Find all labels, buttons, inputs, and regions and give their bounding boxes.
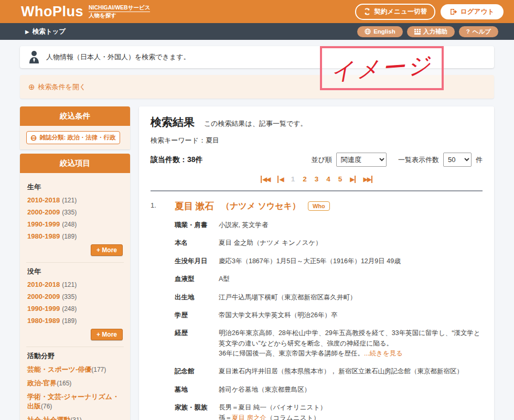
facet-count: (335) bbox=[62, 209, 77, 216]
per-page-select[interactable]: 50 bbox=[443, 153, 472, 167]
facet-link: 2010-2018(121) bbox=[27, 196, 123, 204]
search-keyword-line: 検索キーワード：夏目 bbox=[151, 136, 483, 145]
detail-row-real-name: 本名 夏目 金之助（ナツメ キンノスケ） bbox=[175, 238, 483, 248]
nav-search-top-label: 検索トップ bbox=[33, 27, 66, 36]
notice-text: 人物情報（日本人・外国人）を検索できます。 bbox=[46, 52, 190, 62]
nav-search-top[interactable]: ▶ 検索トップ bbox=[25, 27, 66, 36]
result-item: 1. 夏目 漱石 （ナツメ ソウセキ） Who 職業・肩書 小説家, 英文学者 … bbox=[151, 200, 483, 420]
help-button[interactable]: ? ヘルプ bbox=[459, 26, 498, 37]
facet-count: (335) bbox=[62, 293, 77, 300]
facet-count: (165) bbox=[57, 380, 71, 387]
logo-subtitle: NICHIGAI/WEBサービス 人物を探す bbox=[89, 4, 150, 19]
detail-row-grave: 墓地 雑司ケ谷墓地（東京都豊島区） bbox=[175, 385, 483, 395]
logo[interactable]: WhoPlus NICHIGAI/WEBサービス 人物を探す bbox=[21, 4, 150, 20]
facet-link-anchor[interactable]: 1990-1999 bbox=[27, 305, 60, 313]
circled-plus-icon: ⊕ bbox=[28, 83, 35, 91]
detail-row-education: 学歴 帝国大学文科大学英文科（明治26年）卒 bbox=[175, 310, 483, 320]
page-link[interactable]: 4 bbox=[326, 175, 330, 183]
input-assist-button[interactable]: 入力補助 bbox=[407, 26, 455, 37]
facet-count: (248) bbox=[62, 305, 77, 313]
page-link[interactable]: 3 bbox=[315, 175, 319, 183]
facet-link-anchor[interactable]: 2000-2009 bbox=[27, 208, 60, 216]
sort-order-label: 並び順 bbox=[312, 155, 332, 165]
see-more-link[interactable]: ...続きを見る bbox=[364, 350, 403, 357]
person-name-link[interactable]: 夏目 漱石 bbox=[175, 200, 214, 212]
open-search-conditions-label: 検索条件を開く bbox=[38, 82, 87, 92]
detail-row-occupation: 職業・肩書 小説家, 英文学者 bbox=[175, 220, 483, 230]
current-page: 1 bbox=[291, 175, 295, 183]
sort-order-select[interactable]: 関連度 bbox=[336, 153, 387, 167]
active-filter-label: 雑誌分類: 政治・法律・行政 bbox=[40, 134, 116, 142]
detail-row-memorial: 記念館 夏目漱石内坪井旧居（熊本県熊本市）， 新宿区立漱石山房記念館（東京都新宿… bbox=[175, 367, 483, 376]
facet-link: 2000-2009(335) bbox=[27, 293, 123, 300]
page-title: 検索結果 bbox=[151, 115, 195, 130]
facet-link-anchor[interactable]: 2010-2018 bbox=[27, 281, 60, 288]
facet-count: (177) bbox=[91, 366, 106, 373]
refresh-icon bbox=[363, 8, 371, 15]
logo-tagline: 人物を探す bbox=[89, 12, 150, 19]
facet-count: (189) bbox=[62, 233, 77, 240]
more-button[interactable]: + More bbox=[91, 244, 123, 256]
circled-minus-icon: ⊖ bbox=[30, 134, 37, 142]
facet-count: (121) bbox=[62, 281, 77, 288]
input-assist-label: 入力補助 bbox=[423, 28, 447, 36]
who-source-badge[interactable]: Who bbox=[308, 201, 330, 211]
app-header: WhoPlus NICHIGAI/WEBサービス 人物を探す 契約メニュー切替 … bbox=[0, 0, 514, 23]
facet-count: (189) bbox=[62, 317, 77, 325]
more-button[interactable]: + More bbox=[91, 329, 123, 340]
triangle-icon: ▶ bbox=[25, 29, 29, 35]
facet-link: 1980-1989(189) bbox=[27, 317, 123, 325]
logout-button[interactable]: ログアウト bbox=[441, 4, 504, 19]
facet-count: (76) bbox=[41, 403, 52, 410]
open-search-conditions-bar[interactable]: ⊕ 検索条件を開く bbox=[20, 75, 494, 99]
facet-link-anchor[interactable]: 2000-2009 bbox=[27, 293, 60, 300]
pagination: ◀◀ ◀ 1 2 3 4 5 ▶ ▶▶ bbox=[151, 175, 483, 183]
facet-link-anchor[interactable]: 政治-官界 bbox=[27, 379, 57, 387]
family-line1: 長男＝夏目 純一（バイオリニスト） bbox=[219, 403, 483, 413]
facet-link-anchor[interactable]: 1990-1999 bbox=[27, 220, 60, 228]
help-label: ヘルプ bbox=[473, 28, 491, 36]
last-page-button[interactable]: ▶▶ bbox=[363, 176, 372, 183]
facet-link-anchor[interactable]: 2010-2018 bbox=[27, 196, 60, 204]
facet-section-title: 生年 bbox=[27, 182, 123, 192]
facet-link: 芸能・スポーツ-俳優(177) bbox=[27, 365, 123, 374]
logout-label: ログアウト bbox=[461, 7, 494, 16]
notice-card: 人物情報（日本人・外国人）を検索できます。 bbox=[20, 46, 494, 68]
hit-count: 該当件数：38件 bbox=[151, 155, 203, 165]
globe-icon bbox=[365, 28, 371, 35]
page-link[interactable]: 2 bbox=[303, 175, 307, 183]
results-divider bbox=[151, 190, 483, 191]
facet-link: 社会-社会運動(31) bbox=[27, 415, 123, 420]
facet-count: (248) bbox=[62, 221, 77, 228]
detail-row-birthplace: 出生地 江戸牛込馬場下横町（東京都新宿区喜久井町） bbox=[175, 293, 483, 303]
contract-menu-switch-button[interactable]: 契約メニュー切替 bbox=[355, 4, 435, 20]
english-label: English bbox=[373, 28, 395, 35]
facet-link-anchor[interactable]: 芸能・スポーツ-俳優 bbox=[27, 365, 91, 373]
facet-link-anchor[interactable]: 1980-1989 bbox=[27, 232, 60, 240]
detail-row-birth-death: 生没年月日 慶応3年（1867年）1月5日～大正5年（1916年）12月9日 4… bbox=[175, 256, 483, 266]
facet-link: 政治-官界(165) bbox=[27, 379, 123, 388]
facet-link: 1990-1999(248) bbox=[27, 305, 123, 313]
logo-service-name: NICHIGAI/WEBサービス bbox=[89, 4, 150, 12]
grid-icon bbox=[414, 29, 421, 35]
question-icon: ? bbox=[466, 28, 470, 35]
facet-section-birth-year: 生年 2010-2018(121) 2000-2009(335) 1990-19… bbox=[26, 178, 124, 263]
family-member-link[interactable]: 夏目 房之介 bbox=[232, 414, 266, 420]
career-line1: 明治26年東京高師、28年松山中学、29年五高教授を経て、33年英国に留学し、“… bbox=[219, 328, 483, 349]
facet-section-title: 没年 bbox=[27, 267, 123, 276]
facet-link: 1990-1999(248) bbox=[27, 220, 123, 228]
next-page-button[interactable]: ▶ bbox=[350, 176, 355, 183]
active-filter-chip[interactable]: ⊖ 雑誌分類: 政治・法律・行政 bbox=[26, 131, 120, 144]
first-page-button[interactable]: ◀◀ bbox=[261, 176, 270, 183]
facet-link-anchor[interactable]: 1980-1989 bbox=[27, 317, 60, 325]
previous-page-button[interactable]: ◀ bbox=[277, 176, 283, 183]
sidebar: 絞込条件 ⊖ 雑誌分類: 政治・法律・行政 絞込項目 生年 2010-2018(… bbox=[20, 106, 130, 420]
detail-row-blood-type: 血液型 A型 bbox=[175, 274, 483, 284]
facet-link-anchor[interactable]: 社会-社会運動 bbox=[27, 416, 70, 420]
page-link[interactable]: 5 bbox=[338, 175, 342, 183]
english-button[interactable]: English bbox=[357, 26, 403, 37]
facet-section-death-year: 没年 2010-2018(121) 2000-2009(335) 1990-19… bbox=[26, 263, 124, 347]
facet-link: 2010-2018(121) bbox=[27, 281, 123, 288]
per-page-unit: 件 bbox=[476, 155, 483, 165]
logo-text: WhoPlus bbox=[21, 4, 83, 20]
